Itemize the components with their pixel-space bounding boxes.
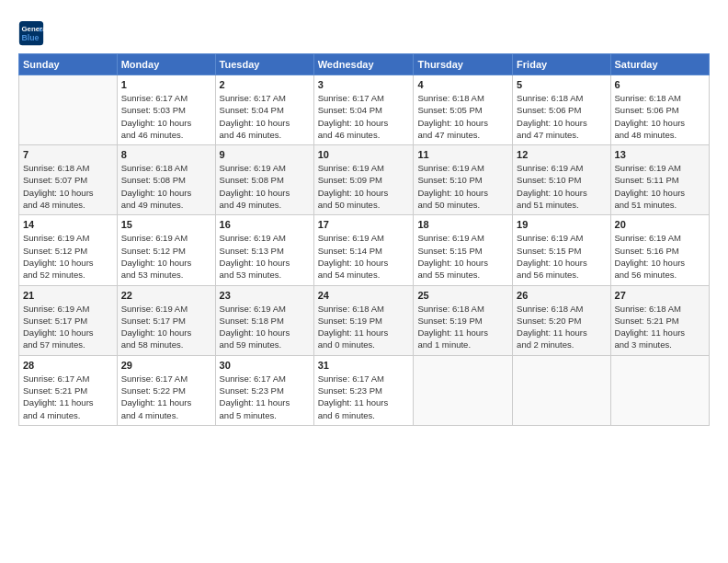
day-info: Sunrise: 6:18 AM Sunset: 5:19 PM Dayligh… [417, 303, 508, 351]
header-cell-tuesday: Tuesday [215, 54, 313, 75]
calendar-cell: 6Sunrise: 6:18 AM Sunset: 5:06 PM Daylig… [610, 75, 709, 145]
day-info: Sunrise: 6:19 AM Sunset: 5:13 PM Dayligh… [220, 232, 310, 281]
calendar-cell: 10Sunrise: 6:19 AM Sunset: 5:09 PM Dayli… [313, 145, 414, 215]
logo-icon: General Blue [18, 20, 44, 46]
day-number: 2 [220, 79, 310, 90]
calendar-cell: 2Sunrise: 6:17 AM Sunset: 5:04 PM Daylig… [215, 75, 313, 145]
svg-text:Blue: Blue [22, 33, 40, 42]
day-info: Sunrise: 6:18 AM Sunset: 5:05 PM Dayligh… [417, 92, 508, 141]
week-row-4: 28Sunrise: 6:17 AM Sunset: 5:21 PM Dayli… [19, 355, 710, 425]
calendar-cell: 3Sunrise: 6:17 AM Sunset: 5:04 PM Daylig… [313, 75, 414, 145]
day-number: 1 [121, 79, 211, 90]
day-number: 7 [23, 149, 113, 160]
week-row-3: 21Sunrise: 6:19 AM Sunset: 5:17 PM Dayli… [19, 285, 710, 355]
day-info: Sunrise: 6:19 AM Sunset: 5:10 PM Dayligh… [417, 162, 508, 211]
day-number: 19 [517, 219, 606, 230]
calendar-cell: 30Sunrise: 6:17 AM Sunset: 5:23 PM Dayli… [215, 355, 313, 425]
week-row-1: 7Sunrise: 6:18 AM Sunset: 5:07 PM Daylig… [19, 145, 710, 215]
day-info: Sunrise: 6:18 AM Sunset: 5:06 PM Dayligh… [615, 92, 705, 141]
day-info: Sunrise: 6:18 AM Sunset: 5:21 PM Dayligh… [615, 303, 705, 351]
day-info: Sunrise: 6:17 AM Sunset: 5:21 PM Dayligh… [23, 373, 113, 421]
day-number: 24 [318, 290, 410, 301]
calendar-cell: 25Sunrise: 6:18 AM Sunset: 5:19 PM Dayli… [414, 285, 513, 355]
header-cell-saturday: Saturday [610, 54, 709, 75]
day-number: 6 [615, 79, 705, 90]
day-number: 4 [417, 79, 508, 90]
calendar-cell: 11Sunrise: 6:19 AM Sunset: 5:10 PM Dayli… [414, 145, 513, 215]
day-info: Sunrise: 6:17 AM Sunset: 5:23 PM Dayligh… [318, 373, 410, 421]
day-info: Sunrise: 6:17 AM Sunset: 5:04 PM Dayligh… [220, 92, 310, 141]
day-number: 23 [220, 290, 310, 301]
calendar-cell: 9Sunrise: 6:19 AM Sunset: 5:08 PM Daylig… [215, 145, 313, 215]
day-info: Sunrise: 6:19 AM Sunset: 5:12 PM Dayligh… [23, 232, 113, 281]
day-number: 18 [417, 219, 508, 230]
calendar-cell: 4Sunrise: 6:18 AM Sunset: 5:05 PM Daylig… [414, 75, 513, 145]
day-info: Sunrise: 6:19 AM Sunset: 5:11 PM Dayligh… [615, 162, 705, 211]
header-cell-wednesday: Wednesday [313, 54, 414, 75]
calendar-cell: 26Sunrise: 6:18 AM Sunset: 5:20 PM Dayli… [513, 285, 610, 355]
day-info: Sunrise: 6:17 AM Sunset: 5:22 PM Dayligh… [121, 373, 211, 421]
day-number: 3 [318, 79, 410, 90]
header-cell-sunday: Sunday [19, 54, 118, 75]
day-number: 22 [121, 290, 211, 301]
day-number: 16 [220, 219, 310, 230]
day-info: Sunrise: 6:18 AM Sunset: 5:07 PM Dayligh… [23, 162, 113, 211]
week-row-2: 14Sunrise: 6:19 AM Sunset: 5:12 PM Dayli… [19, 215, 710, 285]
logo: General Blue [18, 20, 48, 46]
day-number: 30 [220, 360, 310, 371]
calendar-cell [414, 355, 513, 425]
day-info: Sunrise: 6:19 AM Sunset: 5:14 PM Dayligh… [318, 232, 410, 281]
day-info: Sunrise: 6:19 AM Sunset: 5:17 PM Dayligh… [121, 303, 211, 351]
day-number: 25 [417, 290, 508, 301]
day-number: 9 [220, 149, 310, 160]
calendar-cell: 28Sunrise: 6:17 AM Sunset: 5:21 PM Dayli… [19, 355, 118, 425]
day-info: Sunrise: 6:18 AM Sunset: 5:19 PM Dayligh… [318, 303, 410, 351]
day-info: Sunrise: 6:19 AM Sunset: 5:12 PM Dayligh… [121, 232, 211, 281]
day-number: 26 [517, 290, 606, 301]
day-number: 13 [615, 149, 705, 160]
day-number: 5 [517, 79, 606, 90]
calendar-cell: 17Sunrise: 6:19 AM Sunset: 5:14 PM Dayli… [313, 215, 414, 285]
day-info: Sunrise: 6:19 AM Sunset: 5:08 PM Dayligh… [220, 162, 310, 211]
day-info: Sunrise: 6:17 AM Sunset: 5:23 PM Dayligh… [220, 373, 310, 421]
calendar-cell [513, 355, 610, 425]
day-info: Sunrise: 6:19 AM Sunset: 5:10 PM Dayligh… [517, 162, 606, 211]
calendar-cell: 7Sunrise: 6:18 AM Sunset: 5:07 PM Daylig… [19, 145, 118, 215]
day-info: Sunrise: 6:19 AM Sunset: 5:15 PM Dayligh… [517, 232, 606, 281]
page: General Blue SundayMondayTuesdayWednesda… [0, 0, 728, 435]
calendar-cell: 14Sunrise: 6:19 AM Sunset: 5:12 PM Dayli… [19, 215, 118, 285]
day-number: 27 [615, 290, 705, 301]
header-cell-thursday: Thursday [414, 54, 513, 75]
calendar-cell: 24Sunrise: 6:18 AM Sunset: 5:19 PM Dayli… [313, 285, 414, 355]
calendar-cell: 16Sunrise: 6:19 AM Sunset: 5:13 PM Dayli… [215, 215, 313, 285]
calendar-cell: 12Sunrise: 6:19 AM Sunset: 5:10 PM Dayli… [513, 145, 610, 215]
calendar-cell: 23Sunrise: 6:19 AM Sunset: 5:18 PM Dayli… [215, 285, 313, 355]
calendar-table: SundayMondayTuesdayWednesdayThursdayFrid… [18, 53, 710, 426]
calendar-cell: 31Sunrise: 6:17 AM Sunset: 5:23 PM Dayli… [313, 355, 414, 425]
header-cell-monday: Monday [117, 54, 215, 75]
calendar-body: 1Sunrise: 6:17 AM Sunset: 5:03 PM Daylig… [19, 75, 710, 426]
day-number: 8 [121, 149, 211, 160]
calendar-cell: 1Sunrise: 6:17 AM Sunset: 5:03 PM Daylig… [117, 75, 215, 145]
day-number: 21 [23, 290, 113, 301]
header-row: SundayMondayTuesdayWednesdayThursdayFrid… [19, 54, 710, 75]
day-number: 15 [121, 219, 211, 230]
calendar-cell: 27Sunrise: 6:18 AM Sunset: 5:21 PM Dayli… [610, 285, 709, 355]
day-info: Sunrise: 6:19 AM Sunset: 5:09 PM Dayligh… [318, 162, 410, 211]
day-info: Sunrise: 6:18 AM Sunset: 5:08 PM Dayligh… [121, 162, 211, 211]
calendar-cell: 20Sunrise: 6:19 AM Sunset: 5:16 PM Dayli… [610, 215, 709, 285]
day-number: 17 [318, 219, 410, 230]
calendar-cell [19, 75, 118, 145]
header-cell-friday: Friday [513, 54, 610, 75]
day-info: Sunrise: 6:18 AM Sunset: 5:20 PM Dayligh… [517, 303, 606, 351]
day-info: Sunrise: 6:19 AM Sunset: 5:15 PM Dayligh… [417, 232, 508, 281]
day-info: Sunrise: 6:17 AM Sunset: 5:04 PM Dayligh… [318, 92, 410, 141]
calendar-cell: 18Sunrise: 6:19 AM Sunset: 5:15 PM Dayli… [414, 215, 513, 285]
header: General Blue [18, 17, 710, 46]
calendar-cell: 5Sunrise: 6:18 AM Sunset: 5:06 PM Daylig… [513, 75, 610, 145]
day-info: Sunrise: 6:19 AM Sunset: 5:16 PM Dayligh… [615, 232, 705, 281]
day-number: 12 [517, 149, 606, 160]
day-number: 28 [23, 360, 113, 371]
day-info: Sunrise: 6:19 AM Sunset: 5:17 PM Dayligh… [23, 303, 113, 351]
calendar-cell: 21Sunrise: 6:19 AM Sunset: 5:17 PM Dayli… [19, 285, 118, 355]
